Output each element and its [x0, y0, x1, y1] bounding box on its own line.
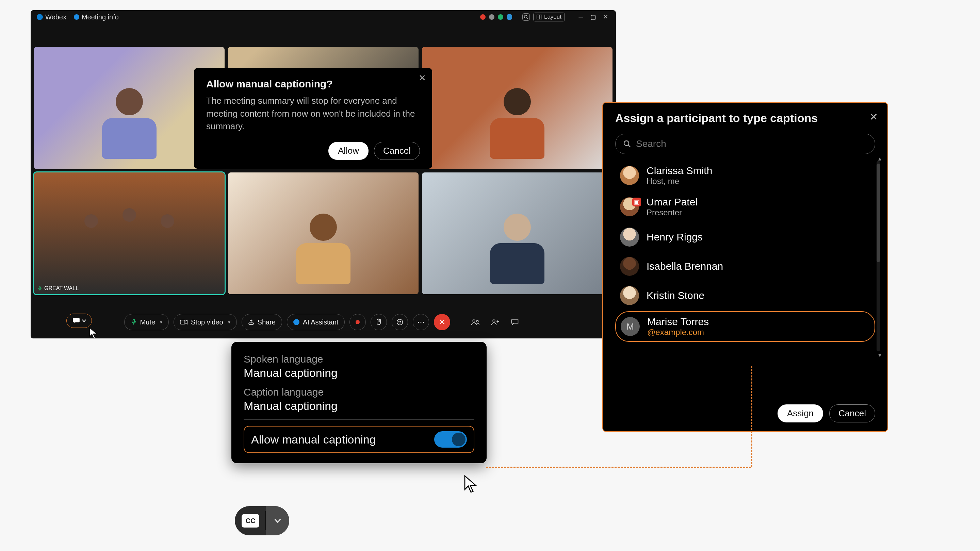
control-bar: Mute ▾ Stop video ▾ Share AI Assistant [30, 312, 616, 332]
layout-label: Layout [544, 14, 562, 21]
dialog-close-button[interactable]: ✕ [418, 73, 426, 83]
window-maximize-icon[interactable]: ▢ [589, 13, 598, 21]
scrollbar-thumb[interactable] [877, 164, 880, 262]
caption-settings-popover: Spoken language Manual captioning Captio… [231, 342, 487, 463]
app-brand: Webex [37, 13, 66, 21]
participant-row[interactable]: ▣ Umar Patel Presenter [615, 192, 875, 221]
search-icon[interactable] [522, 13, 530, 21]
allow-manual-captioning-toggle-row[interactable]: Allow manual captioning [243, 426, 474, 453]
chevron-down-icon [274, 518, 282, 524]
svg-point-13 [399, 321, 399, 322]
participant-row[interactable]: Henry Riggs [615, 224, 875, 251]
toggle-label: Allow manual captioning [251, 433, 376, 446]
toggle-knob-icon [452, 433, 466, 446]
caption-language-value[interactable]: Manual captioning [243, 399, 474, 413]
webex-window: Webex Meeting info Layout [30, 10, 616, 338]
status-recording-icon [480, 14, 485, 20]
mute-label: Mute [140, 318, 155, 326]
avatar [620, 286, 639, 305]
cc-toggle-capsule[interactable]: CC [235, 506, 289, 535]
participant-name: Umar Patel [646, 196, 698, 208]
cc-chevron-button[interactable] [266, 506, 289, 535]
panel-title: Assign a participant to type captions [615, 111, 875, 125]
divider [243, 419, 474, 420]
svg-point-15 [473, 320, 476, 322]
window-close-icon[interactable]: ✕ [601, 13, 610, 21]
status-green-icon [498, 14, 503, 20]
participant-row[interactable]: Isabella Brennan [615, 253, 875, 280]
svg-rect-8 [133, 319, 134, 322]
svg-line-1 [527, 18, 528, 19]
tile-label: GREAT WALL [37, 285, 79, 292]
video-tile-active[interactable]: GREAT WALL [34, 172, 224, 295]
annotation-connector [486, 467, 751, 468]
svg-point-17 [493, 320, 495, 322]
ellipsis-icon: ⋯ [417, 318, 425, 327]
participant-name: Isabella Brennan [646, 260, 723, 272]
spoken-language-value[interactable]: Manual captioning [243, 366, 474, 380]
people-icon [471, 318, 480, 326]
chevron-down-icon[interactable]: ▾ [228, 319, 231, 325]
person-plus-icon [491, 318, 500, 326]
ai-assistant-button[interactable]: AI Assistant [287, 314, 345, 330]
reactions-button[interactable] [392, 314, 408, 330]
end-call-button[interactable]: ✕ [434, 314, 450, 330]
svg-point-12 [397, 319, 403, 325]
search-input[interactable] [636, 138, 867, 149]
share-icon [248, 319, 254, 325]
window-minimize-icon[interactable]: ─ [576, 13, 585, 21]
participant-row-selected[interactable]: M Marise Torres @example.com [615, 311, 875, 342]
participant-row[interactable]: Clarissa Smith Host, me [615, 161, 875, 190]
dialog-title: Allow manual captioning? [206, 78, 420, 90]
video-tile[interactable] [422, 47, 612, 169]
ai-assistant-label: AI Assistant [303, 318, 339, 326]
add-participant-button[interactable] [488, 314, 503, 330]
cancel-button[interactable]: Cancel [374, 142, 420, 160]
record-button[interactable] [350, 314, 366, 330]
participant-sub: Host, me [646, 176, 712, 186]
svg-rect-5 [39, 287, 40, 289]
svg-point-14 [401, 321, 401, 322]
caption-language-label: Caption language [243, 386, 474, 398]
spoken-language-label: Spoken language [243, 353, 474, 365]
share-button[interactable]: Share [242, 314, 282, 330]
camera-icon [180, 319, 188, 325]
raise-hand-button[interactable] [371, 314, 387, 330]
hand-icon [375, 318, 382, 326]
mic-icon [130, 318, 137, 326]
avatar [620, 166, 639, 185]
meeting-info-label: Meeting info [82, 13, 119, 21]
more-button[interactable]: ⋯ [413, 314, 429, 330]
chat-button[interactable] [508, 314, 522, 330]
participant-list: ▴ Clarissa Smith Host, me ▣ Umar Patel P… [615, 161, 875, 342]
participant-name: Kristin Stone [646, 290, 705, 301]
cancel-button[interactable]: Cancel [829, 404, 875, 422]
ai-icon [293, 319, 299, 325]
assign-button[interactable]: Assign [778, 404, 823, 422]
video-tile[interactable] [228, 172, 418, 295]
svg-line-19 [628, 145, 630, 147]
stop-video-button[interactable]: Stop video ▾ [173, 314, 237, 330]
svg-point-18 [624, 141, 629, 146]
allow-button[interactable]: Allow [328, 142, 369, 160]
allow-manual-captioning-dialog: ✕ Allow manual captioning? The meeting s… [194, 68, 432, 169]
panel-close-button[interactable]: ✕ [869, 111, 878, 123]
assign-captioner-panel: Assign a participant to type captions ✕ … [602, 102, 888, 432]
participant-name: Henry Riggs [646, 231, 703, 243]
presenter-badge-icon: ▣ [632, 198, 641, 206]
webex-logo-icon [37, 14, 43, 20]
chevron-down-icon[interactable]: ▾ [160, 319, 162, 325]
title-bar: Webex Meeting info Layout [30, 10, 616, 24]
toggle-switch[interactable] [434, 431, 467, 448]
meeting-info-link[interactable]: Meeting info [74, 13, 119, 21]
mute-button[interactable]: Mute ▾ [124, 314, 169, 330]
search-field[interactable] [615, 134, 875, 154]
chat-icon [511, 318, 519, 326]
participant-row[interactable]: Kristin Stone [615, 282, 875, 309]
layout-button[interactable]: Layout [533, 13, 565, 21]
cc-badge[interactable]: CC [242, 514, 259, 527]
video-tile[interactable] [422, 172, 612, 295]
stop-video-label: Stop video [191, 318, 223, 326]
info-icon [74, 14, 79, 20]
participants-button[interactable] [468, 314, 483, 330]
